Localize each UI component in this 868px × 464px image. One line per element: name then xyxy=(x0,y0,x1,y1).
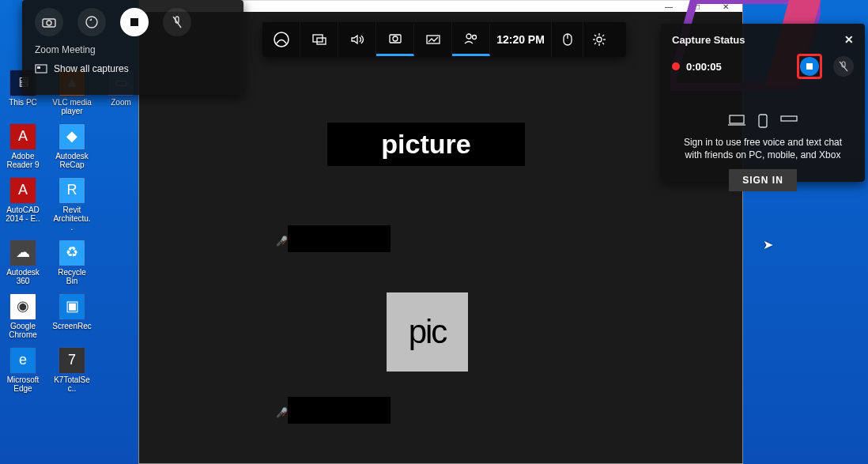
svg-line-27 xyxy=(602,35,604,36)
svg-point-15 xyxy=(466,34,471,39)
record-last-button[interactable] xyxy=(77,8,106,36)
gamebar-clock: 12:20 PM xyxy=(490,22,552,57)
capture-icon xyxy=(388,32,402,45)
desktop-icon-screenrec[interactable]: ▣ScreenRec xyxy=(52,293,92,339)
svg-point-16 xyxy=(472,35,476,39)
svg-line-24 xyxy=(594,35,596,36)
capture-widget-button[interactable] xyxy=(376,24,414,56)
performance-icon xyxy=(425,34,441,45)
desktop-icon-adobe-reader[interactable]: AAdobe Reader 9 xyxy=(3,123,43,169)
participant-tile-3[interactable]: pic xyxy=(387,292,468,372)
recording-elapsed: 0:00:05 xyxy=(686,61,722,73)
replay-icon xyxy=(85,15,99,29)
minimize-button[interactable]: — xyxy=(659,2,679,11)
desktop-icon-recap[interactable]: ◆Autodesk ReCap xyxy=(52,123,92,169)
console-icon xyxy=(780,114,798,123)
mouse-icon xyxy=(562,32,573,47)
svg-rect-30 xyxy=(730,115,744,123)
maximize-button[interactable]: □ xyxy=(687,2,708,11)
stop-icon xyxy=(130,18,138,26)
participant-tile-1[interactable]: picture xyxy=(327,123,525,166)
device-icons xyxy=(672,114,854,128)
show-all-captures-label: Show all captures xyxy=(54,63,129,74)
signin-message: Sign in to use free voice and text chat … xyxy=(672,136,854,161)
svg-line-29 xyxy=(840,62,847,71)
mute-icon: 🎤̷ xyxy=(276,407,285,417)
mic-toggle-button[interactable] xyxy=(833,56,854,77)
camera-icon xyxy=(42,17,56,28)
svg-line-26 xyxy=(594,43,596,44)
svg-point-3 xyxy=(47,21,51,25)
mute-icon: 🎤̷ xyxy=(276,236,285,245)
capture-status-panel: Capture Status ✕ 0:00:05 Sign in to use … xyxy=(661,24,865,182)
mic-off-icon xyxy=(172,15,183,29)
participant-tile-2[interactable] xyxy=(288,225,391,252)
screenshot-button[interactable] xyxy=(35,8,63,36)
svg-point-13 xyxy=(393,36,398,41)
gallery-icon xyxy=(35,64,47,74)
mic-off-icon xyxy=(839,60,848,73)
desktop-icon-revit[interactable]: RRevit Architectu.. xyxy=(52,177,92,232)
stop-record-button[interactable] xyxy=(120,8,149,36)
desktop-icons: 🖥This PC ▲VLC media player ▭Zoom AAdobe … xyxy=(3,70,141,393)
svg-rect-11 xyxy=(317,38,326,44)
capture-status-title: Capture Status xyxy=(672,34,745,46)
mouse-indicator[interactable] xyxy=(552,22,583,57)
gear-icon xyxy=(592,32,606,47)
gamebar-app-title: Zoom Meeting xyxy=(22,41,243,57)
svg-rect-14 xyxy=(427,36,440,43)
audio-button[interactable] xyxy=(338,22,376,57)
svg-rect-8 xyxy=(37,66,40,69)
xbox-button[interactable] xyxy=(262,22,300,57)
gamebar-capture-panel: Zoom Meeting Show all captures xyxy=(22,0,243,95)
desktop-icon-chrome[interactable]: ◉Google Chrome xyxy=(3,293,43,339)
stop-icon xyxy=(806,63,813,70)
pc-icon xyxy=(728,114,745,126)
widgets-icon xyxy=(311,33,327,46)
settings-button[interactable] xyxy=(583,22,615,57)
svg-point-19 xyxy=(597,37,602,42)
svg-rect-32 xyxy=(759,115,767,127)
mic-toggle-button[interactable] xyxy=(163,8,191,36)
xbox-icon xyxy=(274,32,289,47)
signin-button[interactable]: SIGN IN xyxy=(729,169,797,191)
desktop-icon-edge[interactable]: eMicrosoft Edge xyxy=(3,347,43,393)
xbox-social-button[interactable] xyxy=(452,24,490,56)
mouse-cursor-icon: ➤ xyxy=(763,237,773,252)
svg-line-25 xyxy=(602,43,604,44)
desktop-icon-autocad[interactable]: AAutoCAD 2014 - E.. xyxy=(3,177,43,232)
gamebar-toolbar: 12:20 PM xyxy=(262,22,626,57)
close-button[interactable]: ✕ xyxy=(715,2,736,11)
stop-recording-button[interactable] xyxy=(797,54,822,79)
svg-line-6 xyxy=(173,17,181,28)
desktop-icon-autodesk360[interactable]: ☁Autodesk 360 xyxy=(3,240,43,285)
show-all-captures-link[interactable]: Show all captures xyxy=(22,57,243,81)
svg-rect-33 xyxy=(781,116,797,121)
performance-button[interactable] xyxy=(414,22,452,57)
recording-indicator-icon xyxy=(672,62,680,70)
speaker-icon xyxy=(349,33,365,46)
close-icon[interactable]: ✕ xyxy=(844,33,854,46)
mobile-icon xyxy=(758,114,768,128)
broadcast-button[interactable] xyxy=(300,22,338,57)
people-icon xyxy=(463,32,479,45)
participant-tile-4[interactable] xyxy=(288,397,391,424)
desktop-icon-recycle-bin[interactable]: ♻Recycle Bin xyxy=(52,240,92,285)
desktop-icon-k7[interactable]: 7K7TotalSec.. xyxy=(52,347,92,393)
